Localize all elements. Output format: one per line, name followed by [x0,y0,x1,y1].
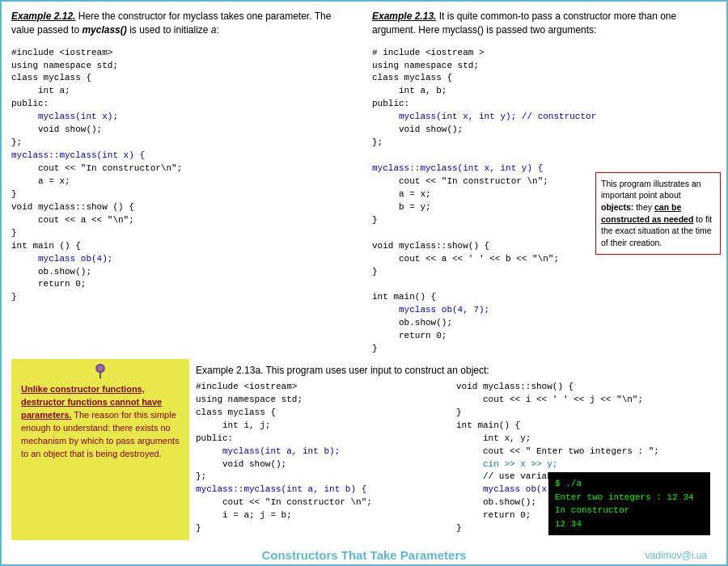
svg-point-1 [98,365,104,371]
footer-email: vadimov@i.ua [645,550,707,561]
example-212-bold: myclass() [82,24,126,36]
terminal-line-4: 12 34 [555,517,704,531]
example-213a-desc: This program uses user input to construc… [266,365,489,376]
terminal-line-1: $ ./a [555,477,704,491]
svg-rect-2 [99,372,101,378]
pin-icon [93,362,108,380]
example-213a-code-row: #include <iostream> using namespace std;… [196,381,710,535]
example-213-label: Example 2.13. [372,11,436,22]
code-right: void myclass::show() { cout << i << ' ' … [456,381,710,535]
callout-box: This program illustrates an important po… [595,172,721,255]
example-213-header: Example 2.13. It is quite common-to pass… [372,10,717,37]
footer: Constructors That Take Parameters vadimo… [11,543,717,565]
example-212-desc2: is used to initialize a: [129,24,219,36]
main-container: Example 2.12. Here the constructor for m… [2,2,726,564]
terminal-box: $ ./a Enter two integers : 12 34 In cons… [548,472,710,535]
code-left: #include <iostream> using namespace std;… [196,381,450,535]
example-213a: Example 2.13a. This program uses user in… [189,359,717,540]
right-column: Example 2.13. It is quite common-to pass… [372,10,717,356]
example-213a-header: Example 2.13a. This program uses user in… [196,364,710,378]
sticky-text: Unlike constructor functions, destructor… [21,384,180,458]
example-213a-label: Example 2.13a. [196,365,263,376]
top-row: Example 2.12. Here the constructor for m… [11,10,717,356]
bottom-section: Unlike constructor functions, destructor… [11,359,717,540]
example-212-code: #include <iostream> using namespace std;… [11,47,356,305]
example-212-header: Example 2.12. Here the constructor for m… [11,10,356,37]
terminal-line-2: Enter two integers : 12 34 [555,491,704,505]
code-left-block: #include <iostream> using namespace std;… [196,381,450,535]
sticky-note: Unlike constructor functions, destructor… [11,359,189,540]
left-column: Example 2.12. Here the constructor for m… [11,10,356,356]
callout-text: This program illustrates an important po… [601,179,712,247]
example-212-label: Example 2.12. [11,11,75,22]
terminal-line-3: In constructor [555,504,704,517]
footer-title: Constructors That Take Parameters [261,548,466,562]
